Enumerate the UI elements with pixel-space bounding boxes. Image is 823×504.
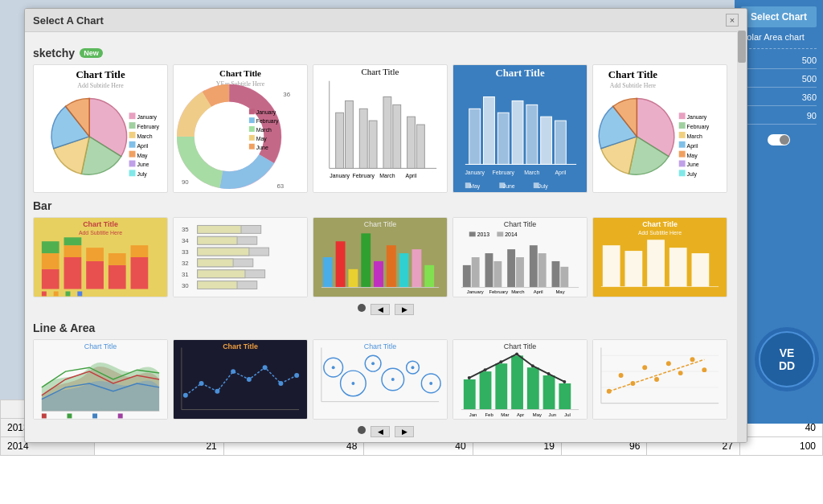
svg-point-177 <box>199 381 204 386</box>
svg-rect-210 <box>559 383 571 410</box>
line-next-button[interactable]: ▶ <box>395 426 414 437</box>
line-prev-button[interactable]: ◀ <box>371 426 390 437</box>
chart-thumb-bar-colorful[interactable]: Chart Title <box>313 217 448 297</box>
svg-point-197 <box>412 366 415 369</box>
svg-text:36: 36 <box>283 91 290 98</box>
svg-text:April: April <box>406 173 417 179</box>
svg-rect-93 <box>64 245 82 257</box>
svg-text:Chart Title: Chart Title <box>504 220 537 228</box>
bar-prev-button[interactable]: ◀ <box>371 304 390 315</box>
chart-thumb-line-area[interactable]: Chart Title <box>33 339 168 420</box>
svg-text:May: May <box>555 289 564 294</box>
svg-rect-91 <box>42 241 59 253</box>
chart-thumb-line-bubble[interactable]: Chart Title <box>313 339 448 420</box>
bar-next-button[interactable]: ▶ <box>395 304 414 315</box>
svg-rect-84 <box>679 170 686 176</box>
svg-rect-52 <box>469 109 481 164</box>
svg-rect-15 <box>129 161 136 167</box>
svg-text:90: 90 <box>182 178 189 186</box>
chart-thumb-line-scatter-yellow[interactable] <box>592 339 727 420</box>
svg-rect-120 <box>198 270 245 278</box>
svg-text:Chart Title: Chart Title <box>84 342 117 350</box>
svg-rect-104 <box>77 291 82 296</box>
svg-rect-164 <box>669 248 687 286</box>
chart-thumb-line-combo[interactable]: Chart Title <box>452 339 588 420</box>
svg-rect-5 <box>129 113 136 119</box>
chart-thumb-bar-grouped-gray[interactable]: Chart Title 2013 2014 <box>452 217 588 297</box>
chart-thumb-bar-horizontal[interactable]: 35 34 33 32 31 30 <box>173 217 308 297</box>
dialog-body[interactable]: sketchy New Chart Title Add Subtitle Her… <box>25 32 747 442</box>
svg-point-214 <box>515 352 518 355</box>
line-page-1-dot[interactable] <box>358 426 366 434</box>
svg-rect-78 <box>679 141 686 148</box>
svg-rect-147 <box>516 257 524 288</box>
svg-text:Chart Title: Chart Title <box>219 68 261 78</box>
chart-thumb-bar-yellow[interactable]: Chart Title Add Subtitle Here <box>592 217 727 297</box>
svg-text:Chart Title: Chart Title <box>83 220 118 228</box>
svg-text:April: April <box>137 143 148 150</box>
svg-rect-111 <box>198 236 237 244</box>
svg-point-180 <box>247 377 252 382</box>
svg-text:Feb: Feb <box>485 412 494 417</box>
svg-rect-42 <box>369 121 377 168</box>
svg-rect-90 <box>42 253 59 269</box>
svg-point-191 <box>351 382 354 385</box>
svg-point-176 <box>183 393 188 398</box>
svg-rect-54 <box>497 113 509 164</box>
divider <box>741 48 817 49</box>
svg-rect-207 <box>511 355 523 409</box>
svg-text:Mar: Mar <box>501 412 509 417</box>
svg-rect-171 <box>68 413 72 418</box>
dialog-close-button[interactable]: × <box>726 14 739 27</box>
svg-rect-134 <box>424 265 434 288</box>
svg-rect-98 <box>109 253 126 265</box>
chart-thumb-sketchy-bar-blue[interactable]: Chart Title January February March April <box>452 64 588 193</box>
svg-rect-53 <box>484 96 495 164</box>
chart-thumb-sketchy-bar[interactable]: Chart Title January February <box>313 64 448 193</box>
svg-point-195 <box>391 378 395 381</box>
svg-rect-17 <box>129 170 136 176</box>
svg-rect-162 <box>625 251 643 286</box>
svg-text:Add Subtitle Here: Add Subtitle Here <box>610 82 657 89</box>
svg-point-238 <box>690 357 695 362</box>
svg-point-183 <box>294 373 299 378</box>
svg-text:34: 34 <box>182 237 189 244</box>
svg-rect-68 <box>499 182 505 188</box>
svg-rect-89 <box>42 269 59 289</box>
bar-pagination: ◀ ▶ <box>33 304 739 315</box>
svg-text:April: April <box>534 289 543 294</box>
svg-text:March: March <box>256 127 272 133</box>
chart-thumb-sketchy-donut[interactable]: Chart Title YEar Subtitle Here 36 9 <box>173 64 308 193</box>
dialog-scrollbar[interactable] <box>737 30 747 442</box>
svg-rect-80 <box>679 151 686 158</box>
chart-thumb-sketchy-pie[interactable]: Chart Title Add Subtitle Here January F <box>33 64 168 193</box>
svg-rect-46 <box>416 125 424 168</box>
svg-point-232 <box>619 373 624 378</box>
svg-rect-127 <box>336 241 346 287</box>
bar-page-1-dot[interactable] <box>358 304 366 312</box>
svg-rect-126 <box>323 257 333 288</box>
svg-rect-208 <box>527 367 539 409</box>
chart-thumb-bar-stacked[interactable]: Chart Title Add Subtitle Here <box>33 217 168 297</box>
svg-rect-163 <box>647 240 665 286</box>
svg-rect-58 <box>555 121 566 164</box>
svg-text:April: April <box>555 170 566 176</box>
svg-rect-103 <box>66 291 71 296</box>
chart-thumb-sketchy-pie2[interactable]: Chart Title Add Subtitle Here January Fe… <box>592 64 727 193</box>
svg-rect-39 <box>336 113 344 168</box>
svg-rect-69 <box>534 182 539 188</box>
svg-rect-99 <box>131 257 149 289</box>
select-chart-button[interactable]: Select Chart <box>741 6 817 27</box>
scroll-thumb[interactable] <box>738 31 746 63</box>
svg-text:May: May <box>533 412 542 417</box>
svg-text:May: May <box>256 136 268 142</box>
svg-point-179 <box>231 369 235 374</box>
svg-rect-150 <box>552 261 560 288</box>
svg-rect-32 <box>249 135 255 141</box>
svg-text:February: February <box>137 124 159 130</box>
line-label: Line & Area <box>33 322 95 334</box>
chart-thumb-line-scatter-dark[interactable]: Chart Title <box>173 339 308 420</box>
svg-rect-74 <box>679 122 686 129</box>
svg-text:January: January <box>256 109 276 116</box>
toggle-switch[interactable] <box>768 134 790 145</box>
